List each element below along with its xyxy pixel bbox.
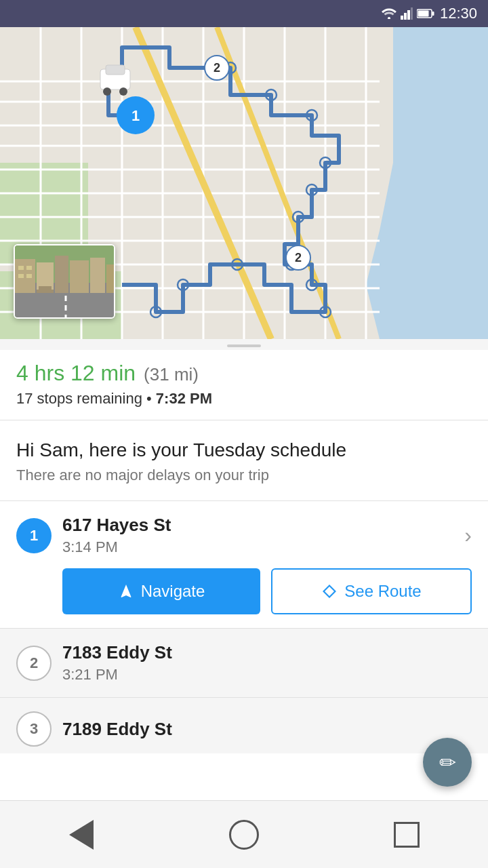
home-button[interactable] bbox=[224, 814, 264, 855]
drag-handle-bar bbox=[227, 344, 261, 347]
svg-text:2: 2 bbox=[214, 61, 220, 75]
stop-1-address: 617 Hayes St bbox=[62, 515, 453, 536]
street-thumbnail[interactable] bbox=[14, 244, 115, 319]
svg-rect-4 bbox=[411, 7, 413, 20]
stop-2-info: 7183 Eddy St 3:21 PM bbox=[62, 642, 472, 684]
trip-bullet: • bbox=[146, 390, 156, 407]
svg-rect-64 bbox=[106, 264, 115, 293]
navigate-button[interactable]: Navigate bbox=[62, 568, 260, 614]
greeting-title: Hi Sam, here is your Tuesday schedule bbox=[16, 439, 472, 461]
navigate-icon bbox=[118, 583, 134, 599]
svg-rect-69 bbox=[37, 290, 54, 293]
navigate-label: Navigate bbox=[141, 582, 205, 601]
trip-summary: 4 hrs 12 min (31 mi) 17 stops remaining … bbox=[0, 350, 488, 420]
stop-2-address: 7183 Eddy St bbox=[62, 642, 472, 663]
svg-rect-61 bbox=[55, 256, 68, 293]
stops-list: 1 617 Hayes St 3:14 PM › Navigate bbox=[0, 501, 488, 753]
wifi-icon bbox=[382, 8, 396, 19]
edit-icon: ✏ bbox=[439, 751, 456, 774]
svg-point-55 bbox=[119, 87, 127, 96]
svg-rect-1 bbox=[401, 16, 403, 20]
status-icons bbox=[382, 7, 434, 20]
see-route-label: See Route bbox=[344, 582, 421, 601]
svg-rect-70 bbox=[39, 286, 52, 290]
svg-point-54 bbox=[103, 87, 111, 96]
back-icon bbox=[69, 820, 94, 850]
status-bar: 12:30 bbox=[0, 0, 488, 27]
svg-text:1: 1 bbox=[131, 107, 140, 124]
map-container[interactable]: 2 2 1 bbox=[0, 27, 488, 339]
stop-1-time: 3:14 PM bbox=[62, 538, 453, 556]
stop-1-info: 617 Hayes St 3:14 PM bbox=[62, 515, 453, 556]
stop-2-header: 2 7183 Eddy St 3:21 PM bbox=[16, 642, 472, 684]
svg-rect-66 bbox=[26, 266, 32, 270]
trip-time-row: 4 hrs 12 min (31 mi) bbox=[16, 361, 472, 386]
svg-rect-68 bbox=[26, 274, 32, 278]
greeting-subtitle: There are no major delays on your trip bbox=[16, 467, 472, 484]
drag-handle bbox=[0, 339, 488, 350]
status-time: 12:30 bbox=[440, 5, 477, 22]
trip-stops: 17 stops remaining bbox=[16, 390, 142, 407]
svg-point-0 bbox=[388, 17, 390, 19]
stop-1-actions: Navigate See Route bbox=[62, 568, 472, 614]
battery-icon bbox=[417, 9, 434, 18]
svg-rect-53 bbox=[106, 65, 125, 75]
stop-2-number: 2 bbox=[16, 646, 52, 681]
svg-rect-67 bbox=[18, 274, 24, 278]
stop-2-time: 3:21 PM bbox=[62, 666, 472, 684]
trip-stops-row: 17 stops remaining • 7:32 PM bbox=[16, 390, 472, 408]
stop-3-number: 3 bbox=[16, 711, 52, 747]
stop-item-2[interactable]: 2 7183 Eddy St 3:21 PM bbox=[0, 629, 488, 698]
nav-bar bbox=[0, 800, 488, 868]
stop-1-number: 1 bbox=[16, 518, 52, 553]
recents-icon bbox=[394, 822, 420, 848]
back-button[interactable] bbox=[61, 814, 102, 855]
stop-1-header: 1 617 Hayes St 3:14 PM › bbox=[16, 515, 472, 556]
see-route-button[interactable]: See Route bbox=[271, 568, 472, 614]
stop-3-address: 7189 Eddy St bbox=[62, 719, 472, 740]
svg-rect-6 bbox=[418, 11, 428, 17]
svg-rect-3 bbox=[407, 10, 410, 20]
stop-3-info: 7189 Eddy St bbox=[62, 719, 472, 740]
trip-distance: (31 mi) bbox=[144, 364, 199, 385]
svg-rect-2 bbox=[404, 13, 407, 20]
svg-text:2: 2 bbox=[295, 251, 302, 264]
svg-rect-62 bbox=[70, 260, 89, 293]
svg-rect-7 bbox=[432, 12, 434, 16]
stop-1-chevron[interactable]: › bbox=[464, 523, 472, 548]
edit-fab[interactable]: ✏ bbox=[423, 738, 472, 787]
signal-icon bbox=[401, 7, 413, 20]
home-icon bbox=[229, 820, 259, 850]
route-icon bbox=[321, 583, 338, 599]
stop-item-3-partial[interactable]: 3 7189 Eddy St bbox=[0, 698, 488, 753]
greeting-section: Hi Sam, here is your Tuesday schedule Th… bbox=[0, 420, 488, 501]
stop-item-1[interactable]: 1 617 Hayes St 3:14 PM › Navigate bbox=[0, 501, 488, 629]
trip-duration: 4 hrs 12 min bbox=[16, 361, 136, 386]
recents-button[interactable] bbox=[386, 814, 427, 855]
svg-rect-63 bbox=[90, 258, 105, 293]
svg-rect-59 bbox=[15, 259, 35, 293]
trip-eta: 7:32 PM bbox=[156, 390, 212, 407]
svg-rect-65 bbox=[18, 266, 24, 270]
